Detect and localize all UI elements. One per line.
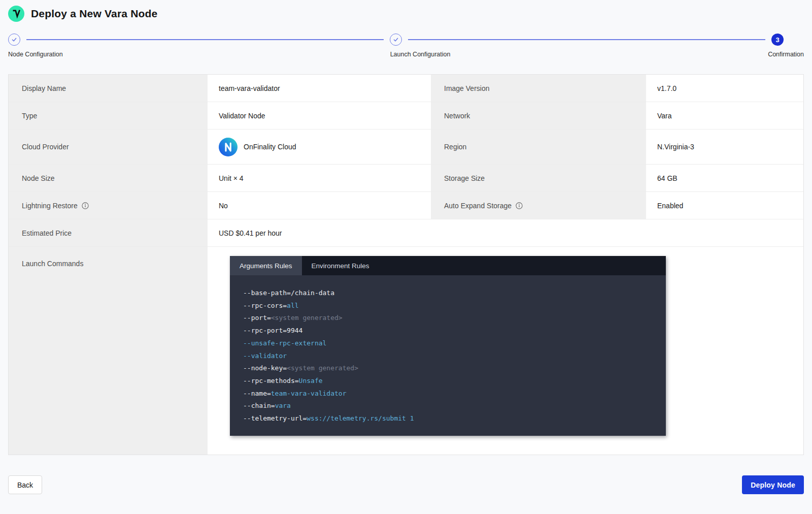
summary-label-text: Type [22,112,37,120]
stepper: 3 Node Configuration Launch Configuratio… [8,34,804,63]
code-line: --rpc-cors=all [243,300,653,312]
summary-value-text: Enabled [657,202,683,210]
summary-value: N.Virginia-3 [646,130,803,164]
summary-value: Enabled [646,192,803,219]
page-header: Deploy a New Vara Node [8,0,804,23]
onfinality-logo-icon [219,138,238,156]
step-1-circle[interactable] [8,34,20,46]
code-line: --port=<system generated> [243,312,653,325]
summary-label-text: Cloud Provider [22,143,69,151]
code-line: --validator [243,350,653,363]
step-connector-line [408,39,765,40]
summary-row: TypeValidator NodeNetworkVara [9,102,803,130]
footer-actions: Back Deploy Node [8,475,804,494]
tab-environment-rules[interactable]: Environment Rules [302,256,379,275]
summary-value-text: OnFinality Cloud [244,143,296,151]
summary-value-text: Validator Node [219,112,265,120]
summary-value-text: N.Virginia-3 [657,143,694,151]
summary-label: Display Name [9,75,208,102]
launch-commands-panel: Arguments RulesEnvironment Rules --base-… [230,256,666,436]
summary-value-text: team-vara-validator [219,84,280,92]
summary-label-text: Storage Size [444,174,485,182]
code-line: --rpc-methods=Unsafe [243,375,653,388]
summary-table: Display Nameteam-vara-validatorImage Ver… [8,74,804,455]
summary-label: Image Version [428,75,646,102]
summary-value: OnFinality Cloud [208,130,428,164]
summary-value: No [208,192,428,219]
summary-value: Unit × 4 [208,165,428,191]
summary-label-text: Auto Expand Storage [444,202,512,210]
code-lines: --base-path=/chain-data--rpc-cors=all--p… [230,275,666,436]
stepper-labels: Node Configuration Launch Configuration … [8,51,804,62]
code-line: --rpc-port=9944 [243,325,653,337]
summary-value-text: v1.7.0 [657,84,676,92]
summary-row: Lightning Restore NoAuto Expand Storage … [9,192,803,219]
check-icon [393,37,399,43]
deploy-node-button[interactable]: Deploy Node [742,475,804,494]
check-icon [11,37,17,43]
code-line: --node-key=<system generated> [243,362,653,375]
code-line: --chain=vara [243,400,653,412]
summary-row: Estimated PriceUSD $0.41 per hour [9,219,803,247]
back-button[interactable]: Back [8,475,42,494]
summary-value: v1.7.0 [646,75,803,102]
summary-value-text: Vara [657,112,672,120]
summary-label: Storage Size [428,165,646,191]
summary-value-text: Unit × 4 [219,174,244,182]
step-3-circle[interactable]: 3 [771,34,784,46]
summary-value-text: No [219,202,228,210]
step-connector-line [26,39,384,40]
step-2-label: Launch Configuration [390,51,451,58]
summary-label-text: Lightning Restore [22,202,78,210]
info-icon[interactable] [516,202,523,209]
summary-value: Validator Node [208,102,428,129]
summary-value: team-vara-validator [208,75,428,102]
summary-value-text: 64 GB [657,174,678,182]
summary-label: Estimated Price [9,219,208,246]
summary-label: Type [9,102,208,129]
summary-row: Node SizeUnit × 4Storage Size64 GB [9,165,803,192]
step-3-number: 3 [775,36,779,44]
summary-label: Cloud Provider [9,130,208,164]
code-line: --unsafe-rpc-external [243,337,653,350]
vara-logo-icon [8,6,24,22]
summary-label-text: Region [444,143,466,151]
summary-value: Vara [646,102,803,129]
summary-row: Cloud Provider OnFinality CloudRegionN.V… [9,130,803,165]
code-line: --base-path=/chain-data [243,287,653,300]
summary-label-text: Network [444,112,470,120]
tab-arguments-rules[interactable]: Arguments Rules [230,256,302,275]
code-line: --telemetry-url=wss://telemetry.rs/submi… [243,412,653,425]
summary-label-text: Node Size [22,174,55,182]
summary-label-text: Estimated Price [22,229,72,237]
step-1-label: Node Configuration [8,51,63,58]
summary-label: Network [428,102,646,129]
summary-label-text: Image Version [444,84,490,92]
summary-row: Display Nameteam-vara-validatorImage Ver… [9,75,803,102]
deploy-wizard-page: Deploy a New Vara Node 3 Node Configurat… [0,0,812,494]
summary-label: Auto Expand Storage [428,192,646,219]
info-icon[interactable] [82,202,89,209]
step-2-circle[interactable] [390,34,402,46]
summary-label: Region [428,130,646,164]
summary-label: Launch Commands [9,247,208,455]
page-title: Deploy a New Vara Node [31,8,158,20]
summary-value: 64 GB [646,165,803,191]
summary-value-text: USD $0.41 per hour [219,229,282,237]
stepper-track: 3 [8,34,804,46]
summary-label-text: Display Name [22,84,66,92]
code-tabs: Arguments RulesEnvironment Rules [230,256,666,275]
summary-row-launch: Launch Commands Arguments RulesEnvironme… [9,247,803,455]
step-3-label: Confirmation [768,51,804,58]
code-line: --name=team-vara-validator [243,388,653,400]
summary-label: Lightning Restore [9,192,208,219]
launch-commands-cell: Arguments RulesEnvironment Rules --base-… [208,247,803,455]
summary-value: USD $0.41 per hour [208,219,803,246]
launch-commands-label: Launch Commands [22,260,83,268]
summary-label: Node Size [9,165,208,191]
